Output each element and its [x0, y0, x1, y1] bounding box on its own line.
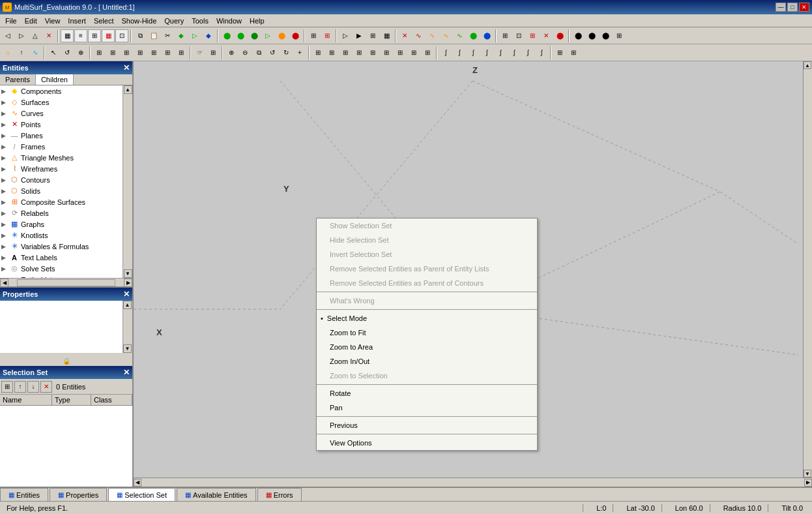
tb-i2[interactable]: ▶ — [353, 29, 366, 42]
tb-q2[interactable]: ∫ — [453, 46, 466, 59]
btab-errors[interactable]: ▦ Errors — [257, 488, 302, 501]
tb-j1[interactable]: ✕ — [398, 29, 411, 42]
menu-help[interactable]: Help — [246, 16, 268, 26]
btab-entities[interactable]: ▦ Entities — [0, 488, 48, 501]
tree-item-text-labels[interactable]: ▶ A Text Labels — [0, 252, 123, 263]
cm-previous[interactable]: Previous — [317, 418, 537, 432]
tree-item-planes[interactable]: ▶ — Planes — [0, 130, 123, 141]
menu-insert[interactable]: Insert — [64, 16, 90, 26]
cm-select-mode[interactable]: Select Mode — [317, 311, 537, 325]
tb-g6[interactable]: ⬤ — [289, 29, 302, 42]
tb-h1[interactable]: ⊞ — [307, 29, 320, 42]
menu-query[interactable]: Query — [160, 16, 188, 26]
prop-icon-btn[interactable]: 🔒 — [60, 354, 73, 367]
tb-j2[interactable]: ∿ — [412, 29, 425, 42]
tb-i4[interactable]: ▦ — [380, 29, 393, 42]
tb-g5[interactable]: ⬤ — [275, 29, 288, 42]
h-scroll-right[interactable]: ▶ — [124, 279, 132, 287]
tb-undo[interactable]: ↺ — [266, 46, 279, 59]
vp-hscroll-left[interactable]: ◀ — [134, 479, 141, 487]
menu-show-hide[interactable]: Show-Hide — [117, 16, 160, 26]
cm-zoom-inout[interactable]: Zoom In/Out — [317, 354, 537, 369]
selection-close[interactable]: ✕ — [123, 368, 130, 377]
tb-l2[interactable]: ⬤ — [585, 29, 598, 42]
vp-hscroll-track[interactable] — [141, 479, 804, 486]
vscroll-up-btn[interactable]: ▲ — [124, 85, 132, 94]
btab-properties[interactable]: ▦ Properties — [50, 488, 107, 501]
tree-item-composite-surfaces[interactable]: ▶ ⊞ Composite Surfaces — [0, 196, 123, 207]
sel-remove[interactable]: ✕ — [40, 381, 52, 393]
tb-plus[interactable]: + — [293, 46, 306, 59]
tb-n3[interactable]: ⊞ — [120, 46, 133, 59]
tb-p5[interactable]: ⊞ — [366, 46, 379, 59]
tb-i3[interactable]: ⊞ — [366, 29, 379, 42]
cm-remove-contours[interactable]: Remove Selected Entities as Parent of Co… — [317, 276, 537, 290]
tb-k2[interactable]: ⊡ — [512, 29, 525, 42]
cm-show-selection[interactable]: Show Selection Set — [317, 219, 537, 233]
tree-item-entity-lists[interactable]: ▶ ≡ Entity Lists — [0, 274, 123, 278]
tb-q4[interactable]: ∫ — [480, 46, 493, 59]
cm-invert-selection[interactable]: Invert Selection Set — [317, 247, 537, 262]
tb-r1[interactable]: ⊡ — [115, 29, 128, 42]
tree-item-contours[interactable]: ▶ ⬡ Contours — [0, 174, 123, 185]
tb-q6[interactable]: ∫ — [508, 46, 521, 59]
tb-p9[interactable]: ⊞ — [421, 46, 434, 59]
cm-whats-wrong[interactable]: What's Wrong — [317, 294, 537, 308]
tb-p3[interactable]: ⊞ — [339, 46, 352, 59]
tb-r1b[interactable]: ⊞ — [553, 46, 566, 59]
tree-item-triangle-meshes[interactable]: ▶ △ Triangle Meshes — [0, 152, 123, 163]
tree-item-points[interactable]: ▶ ✕ Points — [0, 119, 123, 130]
tree-item-knotlists[interactable]: ▶ ✳ Knotlists — [0, 230, 123, 241]
tb-l1[interactable]: ⬤ — [572, 29, 585, 42]
menu-view[interactable]: View — [41, 16, 65, 26]
vscroll-down-btn[interactable]: ▼ — [124, 269, 132, 278]
tb-k5[interactable]: ⬤ — [553, 29, 566, 42]
tb-cursor[interactable]: ↖ — [47, 46, 60, 59]
tb-n7[interactable]: ⊞ — [175, 46, 188, 59]
tb-zoom-in[interactable]: ⊕ — [225, 46, 238, 59]
minimize-button[interactable]: — — [776, 3, 786, 12]
sel-down[interactable]: ↓ — [27, 381, 39, 393]
tb-hand[interactable]: ☞ — [193, 46, 206, 59]
cm-zoom-fit[interactable]: Zoom to Fit — [317, 325, 537, 340]
tree-item-surfaces[interactable]: ▶ ◇ Surfaces — [0, 97, 123, 108]
properties-close[interactable]: ✕ — [123, 290, 130, 299]
tb-g2[interactable]: ⬤ — [234, 29, 247, 42]
tb-j5[interactable]: ∿ — [453, 29, 466, 42]
tb-g3[interactable]: ⬤ — [248, 29, 261, 42]
tb-q3[interactable]: ∫ — [467, 46, 480, 59]
tb-j6[interactable]: ⬤ — [467, 29, 480, 42]
cm-zoom-selection[interactable]: Zoom to Selection — [317, 369, 537, 383]
close-button[interactable]: ✕ — [799, 3, 809, 12]
tb-n1[interactable]: ⊞ — [93, 46, 106, 59]
prop-scroll-down[interactable]: ▼ — [123, 344, 132, 353]
tb-up2[interactable]: ↑ — [15, 46, 28, 59]
cm-view-options[interactable]: View Options — [317, 436, 537, 450]
tb-green2[interactable]: ▷ — [188, 29, 201, 42]
tb-p7[interactable]: ⊞ — [394, 46, 407, 59]
tb-i1[interactable]: ▷ — [339, 29, 352, 42]
tb-up[interactable]: △ — [29, 29, 42, 42]
tree-item-wireframes[interactable]: ▶ ⌇ Wireframes — [0, 163, 123, 174]
tb-j3[interactable]: ∿ — [426, 29, 439, 42]
tb-p6[interactable]: ⊞ — [380, 46, 393, 59]
tb-rotate[interactable]: ↺ — [61, 46, 74, 59]
tab-children[interactable]: Children — [36, 74, 74, 85]
tb-wave[interactable]: ∿ — [29, 46, 42, 59]
sel-up[interactable]: ↑ — [14, 381, 26, 393]
menu-window[interactable]: Window — [212, 16, 246, 26]
col-name[interactable]: Name — [0, 395, 52, 405]
tb-copy[interactable]: ⧉ — [134, 29, 147, 42]
btab-available[interactable]: ▦ Available Entities — [177, 488, 256, 501]
tb-n2[interactable]: ⊞ — [106, 46, 119, 59]
vp-scroll-up[interactable]: ▲ — [804, 61, 811, 69]
tree-item-solve-sets[interactable]: ▶ ◎ Solve Sets — [0, 263, 123, 274]
entities-close[interactable]: ✕ — [123, 63, 130, 72]
tb-zoom[interactable]: ⊕ — [74, 46, 87, 59]
viewport[interactable]: Z Y X Show Selection Set Hide Selection … — [134, 61, 803, 477]
tree-item-components[interactable]: ▶ ◆ Components — [0, 85, 123, 97]
tb-blue1[interactable]: ◆ — [202, 29, 215, 42]
vp-scroll-down[interactable]: ▼ — [804, 470, 811, 477]
tb-k3[interactable]: ⊞ — [526, 29, 539, 42]
tb-j4[interactable]: ∿ — [439, 29, 452, 42]
